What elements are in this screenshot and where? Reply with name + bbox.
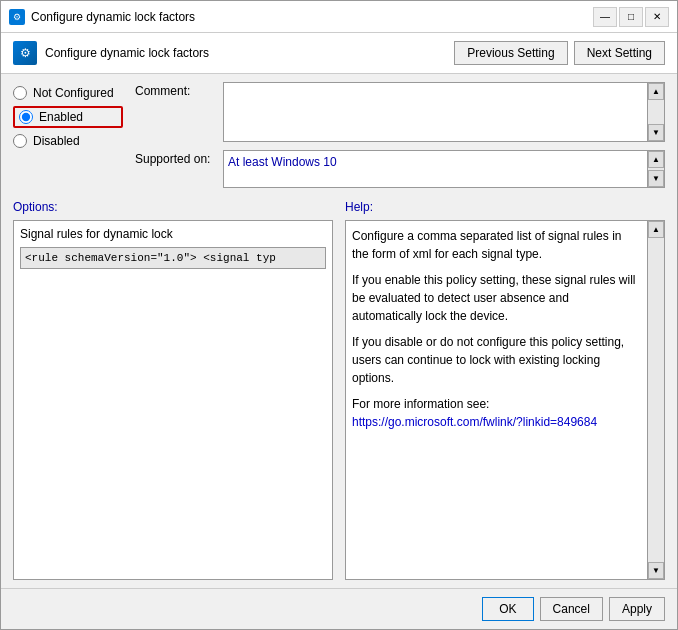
comment-row: Comment: ▲ ▼ [135, 82, 665, 142]
comment-scroll-up[interactable]: ▲ [648, 83, 664, 100]
help-panel: Help: Configure a comma separated list o… [345, 200, 665, 580]
comment-scroll-track [648, 100, 664, 124]
help-text: Configure a comma separated list of sign… [352, 227, 641, 431]
window-icon: ⚙ [9, 9, 25, 25]
supported-row: Supported on: At least Windows 10 ▲ ▼ [135, 150, 665, 188]
window-title: Configure dynamic lock factors [31, 10, 593, 24]
disabled-radio[interactable] [13, 134, 27, 148]
comment-scrollbar: ▲ ▼ [647, 83, 664, 141]
help-label: Help: [345, 200, 665, 214]
not-configured-label: Not Configured [33, 86, 114, 100]
maximize-button[interactable]: □ [619, 7, 643, 27]
help-para-2: If you enable this policy setting, these… [352, 271, 641, 325]
enabled-radio[interactable] [19, 110, 33, 124]
header-buttons: Previous Setting Next Setting [454, 41, 665, 65]
cancel-button[interactable]: Cancel [540, 597, 603, 621]
supported-label: Supported on: [135, 150, 215, 166]
supported-scroll-down[interactable]: ▼ [648, 170, 664, 187]
apply-button[interactable]: Apply [609, 597, 665, 621]
footer: OK Cancel Apply [1, 588, 677, 629]
options-label: Options: [13, 200, 333, 214]
main-window: ⚙ Configure dynamic lock factors — □ ✕ ⚙… [0, 0, 678, 630]
header-left: ⚙ Configure dynamic lock factors [13, 41, 209, 65]
supported-value: At least Windows 10 [224, 151, 647, 173]
signal-rules-title: Signal rules for dynamic lock [20, 227, 326, 241]
options-panel: Options: Signal rules for dynamic lock <… [13, 200, 333, 580]
close-button[interactable]: ✕ [645, 7, 669, 27]
header-title: Configure dynamic lock factors [45, 46, 209, 60]
header-section: ⚙ Configure dynamic lock factors Previou… [1, 33, 677, 74]
bottom-section: Options: Signal rules for dynamic lock <… [13, 200, 665, 580]
radio-group: Not Configured Enabled Disabled [13, 82, 123, 188]
ok-button[interactable]: OK [482, 597, 533, 621]
help-box: Configure a comma separated list of sign… [346, 221, 647, 579]
options-box: Signal rules for dynamic lock <rule sche… [13, 220, 333, 580]
help-para-3: If you disable or do not configure this … [352, 333, 641, 387]
enabled-option[interactable]: Enabled [13, 106, 123, 128]
title-bar: ⚙ Configure dynamic lock factors — □ ✕ [1, 1, 677, 33]
right-section: Comment: ▲ ▼ Supported on: [135, 82, 665, 188]
comment-textarea[interactable] [224, 83, 647, 141]
disabled-option[interactable]: Disabled [13, 134, 123, 148]
disabled-label: Disabled [33, 134, 80, 148]
help-link[interactable]: https://go.microsoft.com/fwlink/?linkid=… [352, 415, 597, 429]
help-para-1: Configure a comma separated list of sign… [352, 227, 641, 263]
help-scroll-up[interactable]: ▲ [648, 221, 664, 238]
comment-scroll-down[interactable]: ▼ [648, 124, 664, 141]
next-setting-button[interactable]: Next Setting [574, 41, 665, 65]
help-scroll-down[interactable]: ▼ [648, 562, 664, 579]
comment-field-container: ▲ ▼ [223, 82, 665, 142]
supported-field-container: At least Windows 10 ▲ ▼ [223, 150, 665, 188]
enabled-label: Enabled [39, 110, 83, 124]
supported-scrollbar: ▲ ▼ [647, 151, 664, 187]
content-area: Not Configured Enabled Disabled Comment: [1, 74, 677, 588]
help-para-4-text: For more information see: [352, 397, 489, 411]
help-scrollbar: ▲ ▼ [647, 221, 664, 579]
minimize-button[interactable]: — [593, 7, 617, 27]
top-section: Not Configured Enabled Disabled Comment: [13, 82, 665, 188]
previous-setting-button[interactable]: Previous Setting [454, 41, 567, 65]
supported-scroll-up[interactable]: ▲ [648, 151, 664, 168]
comment-field [224, 83, 647, 141]
comment-label: Comment: [135, 82, 215, 98]
signal-rules-input[interactable]: <rule schemaVersion="1.0"> <signal typ [20, 247, 326, 269]
window-controls: — □ ✕ [593, 7, 669, 27]
not-configured-radio[interactable] [13, 86, 27, 100]
not-configured-option[interactable]: Not Configured [13, 86, 123, 100]
help-scroll-track [648, 238, 664, 562]
help-para-4: For more information see: https://go.mic… [352, 395, 641, 431]
header-icon: ⚙ [13, 41, 37, 65]
supported-field: At least Windows 10 [224, 151, 647, 187]
help-box-container: Configure a comma separated list of sign… [345, 220, 665, 580]
